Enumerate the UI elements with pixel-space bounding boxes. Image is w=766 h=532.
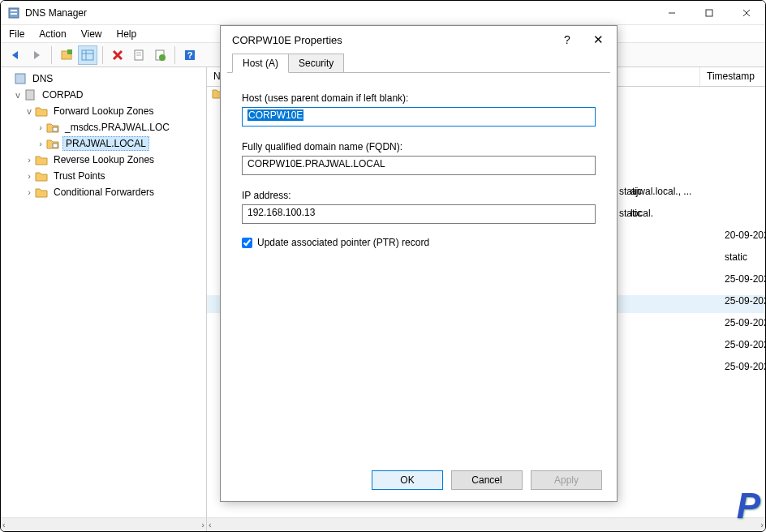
list-cell: 25-09-202 [725, 339, 766, 361]
list-cell: 25-09-202 [725, 361, 766, 383]
folder-icon [35, 153, 48, 166]
host-label: Host (uses parent domain if left blank): [242, 92, 596, 104]
fqdn-label: Fully qualified domain name (FQDN): [242, 141, 596, 152]
tree-reverse-zones[interactable]: › Reverse Lookup Zones [2, 152, 204, 168]
list-cell: 25-09-202 [725, 273, 766, 295]
window-title: DNS Manager [25, 7, 653, 19]
svg-point-16 [159, 54, 166, 61]
properties-dialog: CORPW10E Properties ? ✕ Host (A) Securit… [220, 25, 618, 502]
dns-app-icon [7, 6, 20, 19]
tree-forward-zones[interactable]: v Forward Lookup Zones [2, 103, 204, 119]
svg-rect-9 [82, 50, 93, 60]
list-cell: 25-09-202 [725, 317, 766, 339]
cancel-button[interactable]: Cancel [451, 470, 523, 490]
dialog-help-button[interactable]: ? [560, 33, 574, 46]
list-cell: 25-09-202 [725, 295, 766, 317]
properties-button[interactable] [129, 45, 148, 65]
folder-icon [35, 186, 48, 199]
tree-root-dns[interactable]: DNS [2, 71, 204, 87]
svg-rect-21 [53, 127, 58, 131]
titlebar: DNS Manager [1, 1, 765, 25]
svg-rect-4 [706, 10, 712, 16]
menu-action[interactable]: Action [39, 28, 66, 40]
new-button[interactable] [57, 45, 76, 65]
view-button[interactable] [78, 45, 97, 65]
svg-rect-19 [15, 74, 25, 84]
host-input[interactable]: CORPW10E [242, 107, 596, 127]
menu-file[interactable]: File [9, 28, 24, 40]
zone-icon [46, 137, 59, 150]
maximize-button[interactable] [691, 1, 728, 25]
col-timestamp[interactable]: Timestamp [700, 67, 765, 86]
list-timestamp-column: 20-09-202 static 25-09-202 25-09-202 25-… [725, 230, 766, 383]
tree-pane: DNS v CORPAD v Forward Lookup Zones › _m… [1, 67, 207, 531]
tab-security[interactable]: Security [288, 54, 344, 73]
tab-strip: Host (A) Security [221, 54, 617, 73]
back-button[interactable] [6, 45, 25, 65]
ip-label: IP address: [242, 190, 596, 201]
svg-rect-2 [11, 13, 17, 15]
delete-button[interactable] [108, 45, 127, 65]
list-cell: static [619, 208, 717, 230]
forward-button[interactable] [27, 45, 46, 65]
menu-help[interactable]: Help [117, 28, 137, 40]
dns-icon [14, 72, 27, 85]
svg-rect-8 [67, 49, 72, 54]
tree-conditional-forwarders[interactable]: › Conditional Forwarders [2, 184, 204, 200]
list-scrollbar[interactable]: ‹› [207, 517, 765, 531]
ip-input[interactable]: 192.168.100.13 [242, 204, 596, 224]
tree-trust-points[interactable]: › Trust Points [2, 168, 204, 184]
tree-msdcs-zone[interactable]: › _msdcs.PRAJWAL.LOC [2, 119, 204, 135]
list-cell: 20-09-202 [725, 230, 766, 251]
ptr-label: Update associated pointer (PTR) record [257, 237, 429, 248]
tab-host[interactable]: Host (A) [232, 54, 289, 73]
tree-prajwal-zone[interactable]: › PRAJWAL.LOCAL [2, 135, 204, 152]
apply-button[interactable]: Apply [531, 470, 602, 490]
help-button[interactable]: ? [180, 45, 200, 65]
folder-icon [35, 169, 48, 182]
svg-text:?: ? [187, 50, 193, 60]
dialog-close-button[interactable]: ✕ [591, 32, 605, 47]
menu-view[interactable]: View [81, 28, 102, 40]
dialog-title: CORPW10E Properties [232, 34, 560, 46]
tree-server[interactable]: v CORPAD [2, 87, 204, 103]
zone-icon [46, 121, 59, 134]
ok-button[interactable]: OK [372, 470, 443, 490]
refresh-button[interactable] [150, 45, 170, 65]
list-cell: static [725, 251, 766, 273]
close-button[interactable] [728, 1, 765, 25]
folder-icon [35, 105, 48, 118]
ptr-checkbox[interactable] [242, 238, 252, 248]
server-icon [24, 88, 37, 101]
minimize-button[interactable] [653, 1, 691, 25]
svg-rect-20 [26, 90, 34, 100]
svg-rect-1 [11, 10, 17, 11]
tree-scrollbar[interactable]: ‹› [1, 517, 206, 531]
list-cell: static [619, 186, 717, 208]
fqdn-input[interactable]: CORPW10E.PRAJWAL.LOCAL [242, 156, 596, 175]
svg-rect-22 [53, 144, 58, 148]
list-type-column: static static [619, 186, 717, 230]
